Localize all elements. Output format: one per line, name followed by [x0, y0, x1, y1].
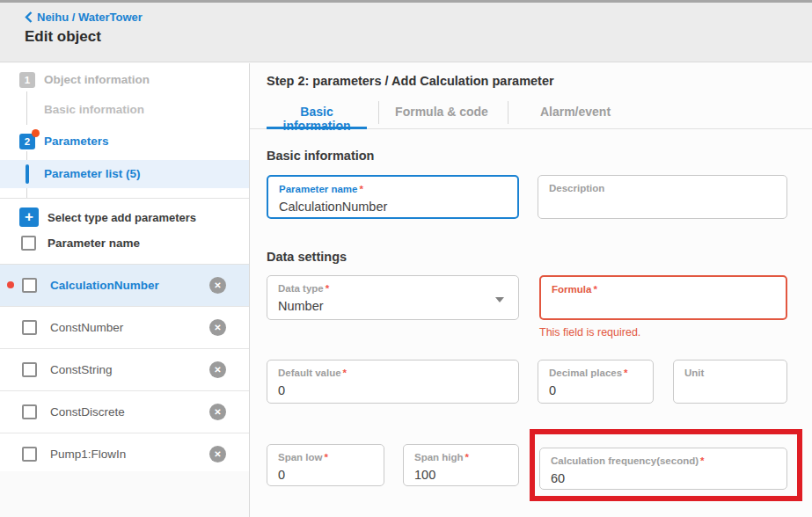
tab-bar: Basic information Formula & code Alarm/e… — [250, 97, 812, 129]
decimal-places-field[interactable]: Decimal places* 0 — [538, 360, 654, 404]
field-label: Calculation frequency(second)* — [551, 455, 776, 467]
tab-separator — [378, 101, 379, 124]
back-chevron-icon — [25, 11, 33, 23]
default-value-field[interactable]: Default value* 0 — [267, 360, 519, 404]
parameter-name-column-label: Parameter name — [48, 237, 140, 250]
field-value: 100 — [414, 467, 508, 483]
field-label: Parameter name* — [279, 183, 507, 195]
parameter-list: CalculationNumber ✕ ConstNumber ✕ ConstS… — [0, 265, 249, 476]
page-header: Neihu / WaterTower Edit object — [0, 3, 812, 62]
sidebar: 1 Object information Basic information 2… — [0, 63, 250, 517]
required-mark: * — [465, 452, 469, 462]
active-tab-underline — [267, 127, 367, 129]
delete-parameter-button: ✕ — [209, 404, 226, 420]
list-item-conststring[interactable]: ConstString ✕ — [0, 349, 249, 391]
unsaved-dot-icon — [7, 281, 14, 288]
parameter-name-field[interactable]: Parameter name* CalculationNumber — [267, 175, 519, 219]
field-label: Decimal places* — [549, 367, 642, 379]
close-icon: ✕ — [214, 407, 221, 417]
parameter-list-header: Parameter name — [0, 234, 249, 257]
list-item-pump1flowin[interactable]: Pump1:FlowIn ✕ — [0, 433, 249, 476]
tab-formula-code[interactable]: Formula & code — [382, 105, 501, 119]
section-heading-data-settings: Data settings — [267, 250, 347, 264]
dropdown-caret-icon[interactable] — [495, 297, 504, 302]
breadcrumb-label: Neihu / WaterTower — [37, 11, 143, 24]
parameter-list-label: Parameter list (5) — [44, 160, 141, 188]
notification-dot-icon — [32, 129, 40, 137]
delete-parameter-button: ✕ — [209, 319, 226, 336]
calculation-frequency-field[interactable]: Calculation frequency(second)* 60 — [539, 448, 787, 490]
edit-object-page: Neihu / WaterTower Edit object 1 Object … — [0, 0, 812, 517]
field-value: 0 — [278, 467, 373, 483]
row-checkbox[interactable] — [22, 278, 37, 293]
list-item-constnumber[interactable]: ConstNumber ✕ — [0, 307, 249, 349]
required-mark: * — [324, 452, 327, 462]
required-mark: * — [343, 368, 347, 378]
main-panel: Step 2: parameters / Add Calculation par… — [250, 63, 812, 517]
span-low-field[interactable]: Span low* 0 — [267, 444, 384, 486]
required-mark: * — [326, 283, 329, 294]
field-label: Description — [549, 182, 776, 194]
page-title: Edit object — [25, 28, 101, 46]
field-value: 0 — [278, 382, 508, 398]
sidebar-filler — [0, 471, 249, 517]
field-label: Formula* — [552, 283, 775, 295]
field-value: 60 — [551, 470, 776, 486]
plus-icon: + — [19, 208, 39, 227]
unit-field[interactable]: Unit — [673, 360, 787, 404]
add-parameters-button[interactable]: + Select type add parameters — [0, 206, 249, 232]
row-checkbox[interactable] — [22, 404, 37, 419]
list-item-calculationnumber[interactable]: CalculationNumber ✕ — [0, 265, 249, 307]
description-field[interactable]: Description — [538, 175, 787, 219]
formula-field[interactable]: Formula* — [539, 275, 787, 320]
delete-parameter-button: ✕ — [209, 277, 226, 294]
parameter-name: CalculationNumber — [50, 279, 159, 292]
formula-error-message: This field is required. — [539, 326, 640, 339]
field-label: Unit — [684, 367, 776, 379]
field-value: Number — [278, 298, 508, 314]
data-type-select[interactable]: Data type* Number — [267, 275, 519, 320]
close-icon: ✕ — [214, 449, 221, 459]
span-high-field[interactable]: Span high* 100 — [403, 444, 519, 486]
close-icon: ✕ — [214, 365, 221, 375]
close-icon: ✕ — [214, 323, 221, 332]
tab-alarm-event[interactable]: Alarm/event — [514, 105, 637, 119]
step-connector — [26, 91, 27, 125]
required-mark: * — [624, 368, 627, 378]
sidebar-item-object-information[interactable]: Object information — [44, 73, 150, 86]
section-heading-basic: Basic information — [267, 149, 374, 163]
active-indicator-bar — [26, 164, 29, 184]
row-checkbox[interactable] — [22, 447, 37, 462]
step1-badge: 1 — [19, 72, 35, 88]
row-checkbox[interactable] — [22, 362, 37, 377]
select-all-checkbox[interactable] — [21, 236, 36, 251]
list-item-constdiscrete[interactable]: ConstDiscrete ✕ — [0, 391, 249, 433]
add-parameters-label: Select type add parameters — [48, 211, 196, 224]
required-mark: * — [700, 455, 704, 466]
parameter-name: ConstNumber — [50, 321, 123, 334]
required-mark: * — [360, 184, 363, 194]
field-label: Default value* — [278, 367, 508, 379]
delete-parameter-button: ✕ — [209, 361, 226, 378]
sidebar-item-basic-information[interactable]: Basic information — [44, 103, 144, 116]
field-label: Data type* — [278, 282, 508, 295]
field-label: Span low* — [278, 451, 373, 463]
row-checkbox[interactable] — [22, 320, 37, 335]
field-label: Span high* — [414, 451, 508, 463]
step-title: Step 2: parameters / Add Calculation par… — [267, 74, 554, 88]
required-mark: * — [593, 284, 596, 295]
field-value: CalculationNumber — [279, 199, 507, 215]
parameter-name: ConstString — [50, 363, 113, 376]
close-icon: ✕ — [214, 280, 221, 290]
field-value: 0 — [549, 382, 642, 398]
divider — [0, 198, 249, 199]
delete-parameter-button: ✕ — [209, 446, 226, 462]
parameter-name: Pump1:FlowIn — [50, 448, 126, 461]
sidebar-item-parameters[interactable]: Parameters — [44, 135, 109, 148]
sidebar-item-parameter-list[interactable]: Parameter list (5) — [0, 160, 249, 188]
breadcrumb[interactable]: Neihu / WaterTower — [25, 11, 143, 24]
parameter-name: ConstDiscrete — [50, 405, 125, 419]
tab-separator — [508, 101, 508, 124]
